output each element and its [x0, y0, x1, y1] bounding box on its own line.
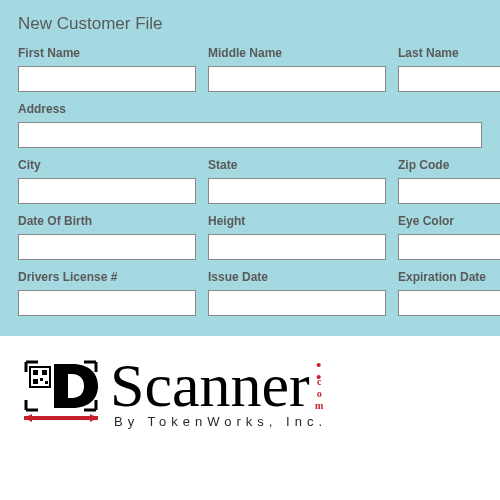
logo-com: com — [314, 376, 324, 412]
label-dl-number: Drivers License # — [18, 270, 196, 284]
field-address: Address — [18, 102, 482, 148]
input-first-name[interactable] — [18, 66, 196, 92]
input-last-name[interactable] — [398, 66, 500, 92]
logo-word-scanner: Scanner — [110, 359, 310, 412]
logo-main-text: Scanner : com — [110, 359, 327, 412]
logo-dotcom: : com — [314, 359, 324, 412]
field-last-name: Last Name — [398, 46, 500, 92]
field-middle-name: Middle Name — [208, 46, 386, 92]
label-first-name: First Name — [18, 46, 196, 60]
form-title: New Customer File — [18, 14, 482, 34]
logo-text-block: Scanner : com By TokenWorks, Inc. — [110, 359, 327, 429]
input-dob[interactable] — [18, 234, 196, 260]
svg-rect-3 — [33, 379, 38, 384]
field-exp-date: Expiration Date — [398, 270, 500, 316]
field-height: Height — [208, 214, 386, 260]
customer-form-panel: New Customer File First Name Middle Name… — [0, 0, 500, 336]
label-last-name: Last Name — [398, 46, 500, 60]
field-dl-number: Drivers License # — [18, 270, 196, 316]
label-eye-color: Eye Color — [398, 214, 500, 228]
input-middle-name[interactable] — [208, 66, 386, 92]
field-city: City — [18, 158, 196, 204]
label-dob: Date Of Birth — [18, 214, 196, 228]
svg-rect-1 — [33, 370, 38, 375]
label-exp-date: Expiration Date — [398, 270, 500, 284]
field-eye-color: Eye Color — [398, 214, 500, 260]
id-scanner-logo-icon — [20, 358, 102, 430]
label-zip: Zip Code — [398, 158, 500, 172]
input-zip[interactable] — [398, 178, 500, 204]
field-issue-date: Issue Date — [208, 270, 386, 316]
label-city: City — [18, 158, 196, 172]
input-exp-date[interactable] — [398, 290, 500, 316]
label-state: State — [208, 158, 386, 172]
logo-byline: By TokenWorks, Inc. — [114, 414, 327, 429]
label-issue-date: Issue Date — [208, 270, 386, 284]
svg-rect-5 — [45, 381, 48, 384]
input-height[interactable] — [208, 234, 386, 260]
label-address: Address — [18, 102, 482, 116]
label-middle-name: Middle Name — [208, 46, 386, 60]
input-dl-number[interactable] — [18, 290, 196, 316]
svg-rect-2 — [42, 370, 47, 375]
input-issue-date[interactable] — [208, 290, 386, 316]
input-eye-color[interactable] — [398, 234, 500, 260]
field-first-name: First Name — [18, 46, 196, 92]
logo-colon: : — [314, 359, 324, 376]
logo-area: Scanner : com By TokenWorks, Inc. — [0, 336, 500, 440]
input-city[interactable] — [18, 178, 196, 204]
field-state: State — [208, 158, 386, 204]
field-zip: Zip Code — [398, 158, 500, 204]
input-state[interactable] — [208, 178, 386, 204]
field-dob: Date Of Birth — [18, 214, 196, 260]
input-address[interactable] — [18, 122, 482, 148]
svg-rect-4 — [40, 378, 43, 381]
label-height: Height — [208, 214, 386, 228]
